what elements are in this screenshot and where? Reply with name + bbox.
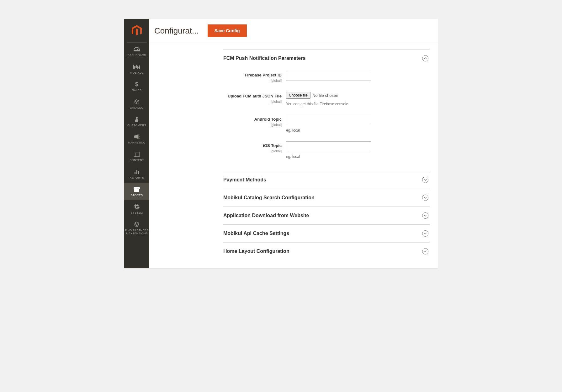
sidebar-label: MOBIKUL	[130, 71, 144, 75]
chevron-down-icon	[422, 212, 428, 219]
field-hint: eg. local	[286, 128, 371, 133]
field-label: Android Topic	[223, 117, 282, 122]
chevron-up-icon	[422, 55, 428, 61]
sidebar-label: MARKETING	[128, 141, 146, 144]
admin-sidebar: DASHBOARD MOBIKUL $ SALES CATALOG CUSTOM…	[124, 19, 149, 268]
sidebar-label: FIND PARTNERS & EXTENSIONS	[125, 229, 149, 235]
section-catalog-search: Mobikul Catalog Search Configuration	[223, 189, 430, 206]
chevron-down-icon	[422, 248, 428, 254]
main-panel: Configurat... Save Config FCM Push Notif…	[149, 19, 438, 268]
customers-icon	[135, 116, 139, 123]
sidebar-item-system[interactable]: SYSTEM	[124, 200, 149, 218]
firebase-project-id-input[interactable]	[286, 71, 371, 81]
sidebar-item-stores[interactable]: STORES	[124, 183, 149, 200]
svg-text:$: $	[135, 81, 138, 87]
svg-rect-5	[135, 172, 135, 174]
field-fcm-auth-file: Upload FCM auth JSON File [global] Choos…	[223, 92, 430, 106]
section-fcm: FCM Push Notification Parameters Firebas…	[223, 49, 430, 171]
section-toggle-fcm[interactable]: FCM Push Notification Parameters	[223, 50, 430, 67]
chevron-down-icon	[422, 177, 428, 183]
magento-logo[interactable]	[127, 19, 147, 43]
marketing-icon	[134, 133, 140, 140]
chevron-down-icon	[422, 230, 428, 237]
content-area: FCM Push Notification Parameters Firebas…	[149, 43, 438, 268]
section-payment-methods: Payment Methods	[223, 171, 430, 189]
svg-rect-7	[138, 171, 139, 174]
section-api-cache: Mobikul Api Cache Settings	[223, 224, 430, 242]
section-toggle-api-cache[interactable]: Mobikul Api Cache Settings	[223, 225, 430, 242]
section-title: Mobikul Catalog Search Configuration	[223, 195, 315, 201]
sidebar-label: REPORTS	[130, 176, 144, 180]
section-title: Mobikul Api Cache Settings	[223, 231, 289, 236]
page-header: Configurat... Save Config	[149, 19, 438, 43]
field-firebase-project-id: Firebase Project ID [global]	[223, 71, 430, 83]
field-scope: [global]	[271, 149, 282, 153]
sidebar-item-mobikul[interactable]: MOBIKUL	[124, 60, 149, 78]
section-toggle-payment[interactable]: Payment Methods	[223, 171, 430, 189]
field-hint: You can get this file Firebase console	[286, 102, 371, 106]
sidebar-label: SYSTEM	[131, 212, 143, 215]
section-title: Application Download from Website	[223, 213, 309, 218]
sidebar-label: SALES	[132, 89, 142, 92]
field-hint: eg. local	[286, 154, 371, 159]
field-label: Upload FCM auth JSON File	[223, 94, 282, 98]
svg-rect-2	[134, 152, 140, 157]
sidebar-item-partners[interactable]: FIND PARTNERS & EXTENSIONS	[124, 218, 149, 238]
field-ios-topic: iOS Topic [global] eg. local	[223, 141, 430, 159]
sidebar-label: CONTENT	[130, 159, 144, 162]
sidebar-item-marketing[interactable]: MARKETING	[124, 130, 149, 148]
sidebar-item-content[interactable]: CONTENT	[124, 148, 149, 165]
catalog-icon	[134, 98, 140, 105]
field-label: Firebase Project ID	[223, 73, 282, 77]
section-title: Home Layout Configuration	[223, 248, 289, 254]
section-app-download: Application Download from Website	[223, 206, 430, 224]
sidebar-item-dashboard[interactable]: DASHBOARD	[124, 43, 149, 60]
section-toggle-home-layout[interactable]: Home Layout Configuration	[223, 243, 430, 260]
section-title: FCM Push Notification Parameters	[223, 55, 305, 61]
file-chosen-status: No file chosen	[312, 93, 338, 98]
field-android-topic: Android Topic [global] eg. local	[223, 115, 430, 133]
choose-file-button[interactable]: Choose file	[286, 92, 310, 99]
sidebar-item-sales[interactable]: $ SALES	[124, 78, 149, 95]
section-title: Payment Methods	[223, 177, 266, 183]
sidebar-label: CUSTOMERS	[127, 124, 146, 127]
svg-point-1	[136, 117, 138, 119]
reports-icon	[134, 168, 140, 175]
page-title: Configurat...	[154, 26, 199, 36]
sidebar-item-reports[interactable]: REPORTS	[124, 165, 149, 183]
save-config-button[interactable]: Save Config	[208, 24, 247, 37]
app-window: DASHBOARD MOBIKUL $ SALES CATALOG CUSTOM…	[124, 19, 438, 268]
sidebar-label: STORES	[131, 194, 143, 197]
sidebar-label: CATALOG	[130, 107, 144, 110]
sidebar-label: DASHBOARD	[127, 54, 146, 57]
section-toggle-app-download[interactable]: Application Download from Website	[223, 207, 430, 224]
stores-icon	[134, 186, 140, 193]
content-icon	[134, 151, 140, 158]
partners-icon	[134, 221, 140, 228]
section-home-layout: Home Layout Configuration	[223, 242, 430, 260]
chevron-down-icon	[422, 195, 428, 201]
field-label: iOS Topic	[223, 143, 282, 148]
section-toggle-catalog-search[interactable]: Mobikul Catalog Search Configuration	[223, 189, 430, 206]
system-icon	[134, 203, 140, 210]
dashboard-icon	[134, 46, 140, 53]
sidebar-item-catalog[interactable]: CATALOG	[124, 95, 149, 113]
svg-rect-6	[136, 170, 137, 174]
field-scope: [global]	[271, 100, 282, 103]
sales-icon: $	[135, 81, 139, 88]
mobikul-icon	[133, 63, 140, 70]
sidebar-item-customers[interactable]: CUSTOMERS	[124, 113, 149, 130]
android-topic-input[interactable]	[286, 115, 371, 125]
ios-topic-input[interactable]	[286, 141, 371, 151]
field-scope: [global]	[271, 79, 282, 82]
field-scope: [global]	[271, 123, 282, 127]
